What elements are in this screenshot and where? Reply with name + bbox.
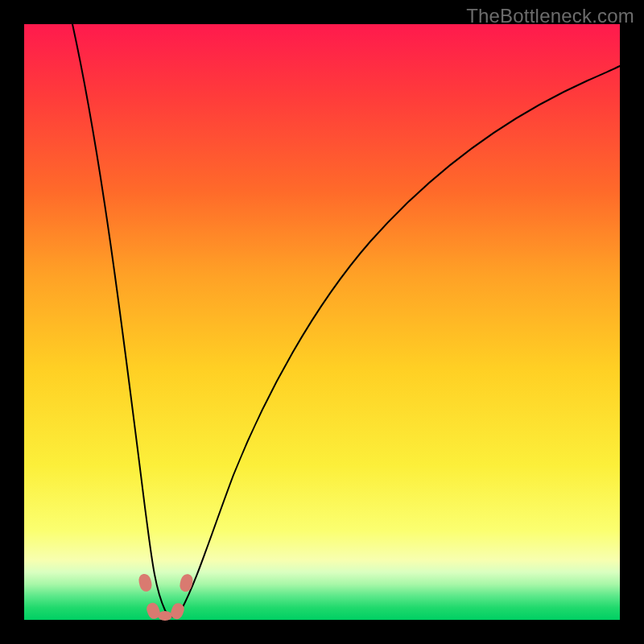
curve-marker	[179, 573, 195, 593]
curve-layer	[24, 24, 620, 620]
plot-area	[24, 24, 620, 620]
curve-marker	[138, 572, 154, 592]
watermark-text: TheBottleneck.com	[466, 5, 634, 27]
chart-frame: TheBottleneck.com	[0, 0, 644, 644]
bottleneck-curve	[72, 24, 620, 617]
curve-marker	[158, 611, 172, 621]
